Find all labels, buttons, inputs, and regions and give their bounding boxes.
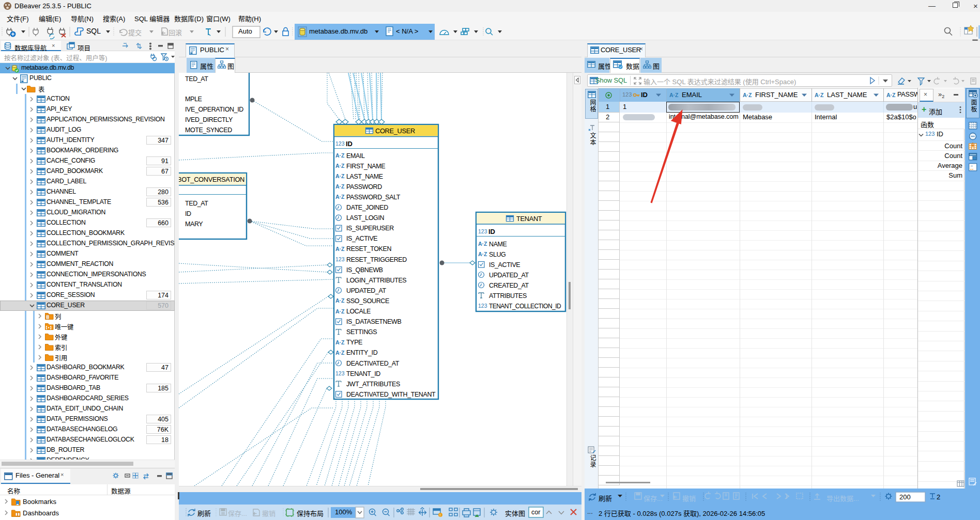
svg-text:DEACTIVATED_WITH_TENANT: DEACTIVATED_WITH_TENANT bbox=[346, 391, 436, 398]
svg-text:!: ! bbox=[439, 513, 440, 517]
svg-text:TENANT_ID: TENANT_ID bbox=[346, 370, 380, 377]
svg-text:ID: ID bbox=[488, 228, 495, 235]
svg-text:A·Z: A·Z bbox=[335, 183, 345, 190]
svg-text:MOTE_SYNCED: MOTE_SYNCED bbox=[185, 127, 232, 134]
svg-text:A·Z: A·Z bbox=[335, 339, 345, 345]
svg-text:LAST_NAME: LAST_NAME bbox=[346, 173, 383, 180]
svg-text:A·Z: A·Z bbox=[886, 92, 896, 98]
svg-text:PASSWORD_SALT: PASSWORD_SALT bbox=[346, 194, 401, 201]
svg-text:JWT_ATTRIBUTES: JWT_ATTRIBUTES bbox=[346, 381, 400, 388]
svg-text:SSO_SOURCE: SSO_SOURCE bbox=[346, 297, 389, 305]
svg-text:DEACTIVATED_AT: DEACTIVATED_AT bbox=[346, 360, 400, 367]
svg-text:MPLE: MPLE bbox=[185, 96, 202, 103]
svg-text:LOGIN_ATTRIBUTES: LOGIN_ATTRIBUTES bbox=[346, 277, 406, 284]
svg-text:SETTINGS: SETTINGS bbox=[346, 328, 377, 336]
svg-text:EMAIL: EMAIL bbox=[346, 152, 365, 160]
svg-text:IS_QBNEWB: IS_QBNEWB bbox=[346, 266, 383, 274]
svg-text:LOCALE: LOCALE bbox=[346, 308, 371, 315]
svg-text:FIRST_NAME: FIRST_NAME bbox=[346, 163, 385, 170]
svg-text:A·Z: A·Z bbox=[335, 350, 345, 356]
svg-text:CREATED_AT: CREATED_AT bbox=[489, 282, 529, 289]
svg-text:123: 123 bbox=[335, 256, 345, 262]
svg-text:A·Z: A·Z bbox=[815, 92, 824, 98]
svg-text:IS_ACTIVE: IS_ACTIVE bbox=[346, 235, 377, 242]
svg-text:UPDATED_AT: UPDATED_AT bbox=[346, 287, 387, 294]
svg-text:A·Z: A·Z bbox=[335, 308, 345, 314]
svg-text:A·Z: A·Z bbox=[478, 241, 487, 247]
svg-text:A·Z: A·Z bbox=[335, 163, 345, 169]
svg-text:RESET_TOKEN: RESET_TOKEN bbox=[346, 245, 391, 253]
svg-text:IVE_OPERATION_ID: IVE_OPERATION_ID bbox=[185, 106, 243, 113]
svg-text:123: 123 bbox=[335, 140, 345, 147]
svg-text:CORE_USER: CORE_USER bbox=[375, 127, 415, 135]
svg-text:ID: ID bbox=[185, 210, 191, 217]
svg-text:IS_ACTIVE: IS_ACTIVE bbox=[489, 261, 520, 269]
svg-text:LAST_LOGIN: LAST_LOGIN bbox=[346, 214, 384, 222]
svg-text:IS_SUPERUSER: IS_SUPERUSER bbox=[346, 225, 394, 232]
svg-text:UPDATED_AT: UPDATED_AT bbox=[489, 272, 529, 279]
svg-text:SLUG: SLUG bbox=[489, 251, 506, 258]
svg-text:A·Z: A·Z bbox=[669, 92, 679, 98]
svg-text:IVED_DIRECTLY: IVED_DIRECTLY bbox=[185, 116, 233, 123]
svg-text:TENANT: TENANT bbox=[516, 215, 542, 223]
svg-text:RESET_TRIGGERED: RESET_TRIGGERED bbox=[346, 256, 407, 263]
svg-text:-+: -+ bbox=[970, 164, 973, 167]
svg-text:123: 123 bbox=[335, 370, 345, 376]
svg-text:123: 123 bbox=[478, 303, 487, 309]
svg-text:×=: ×= bbox=[970, 168, 974, 171]
svg-text:A·Z: A·Z bbox=[335, 194, 345, 200]
svg-text:A·Z: A·Z bbox=[335, 246, 345, 252]
svg-text:ID: ID bbox=[346, 140, 353, 148]
svg-text:IS_DATASETNEWB: IS_DATASETNEWB bbox=[346, 318, 402, 325]
svg-text:DATE_JOINED: DATE_JOINED bbox=[346, 204, 388, 211]
svg-text:A·Z: A·Z bbox=[335, 297, 345, 304]
svg-text:ENTITY_ID: ENTITY_ID bbox=[346, 349, 378, 356]
svg-text:TED_AT: TED_AT bbox=[185, 200, 208, 207]
svg-text:MARY: MARY bbox=[185, 220, 203, 228]
svg-text:A·Z: A·Z bbox=[743, 92, 752, 98]
svg-text:TYPE: TYPE bbox=[346, 339, 362, 346]
svg-text:A·Z: A·Z bbox=[478, 251, 487, 257]
svg-text:BOT_CONVERSATION: BOT_CONVERSATION bbox=[179, 176, 244, 183]
svg-text:123: 123 bbox=[478, 228, 487, 234]
svg-text:A·Z: A·Z bbox=[335, 152, 345, 159]
svg-text:ATTRIBUTES: ATTRIBUTES bbox=[489, 292, 527, 300]
svg-text:PASSWORD: PASSWORD bbox=[346, 183, 382, 191]
svg-text:A·Z: A·Z bbox=[335, 173, 345, 179]
svg-text:NAME: NAME bbox=[489, 241, 507, 248]
svg-text:TED_AT: TED_AT bbox=[185, 75, 208, 83]
svg-text:TENANT_COLLECTION_ID: TENANT_COLLECTION_ID bbox=[489, 303, 561, 310]
